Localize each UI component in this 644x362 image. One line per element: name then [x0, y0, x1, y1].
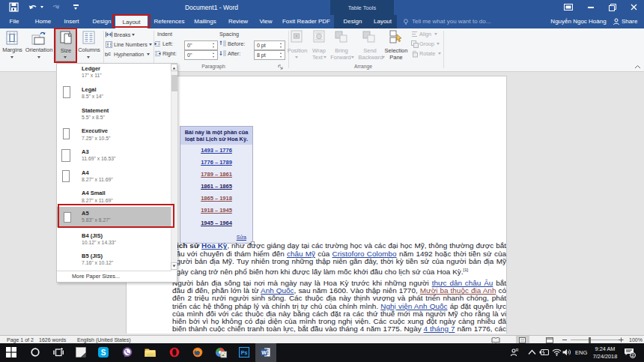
svg-text:W: W	[261, 350, 267, 355]
svg-text:R: R	[516, 348, 519, 352]
svg-text:Ps: Ps	[241, 350, 248, 355]
svg-text:S: S	[101, 349, 106, 357]
